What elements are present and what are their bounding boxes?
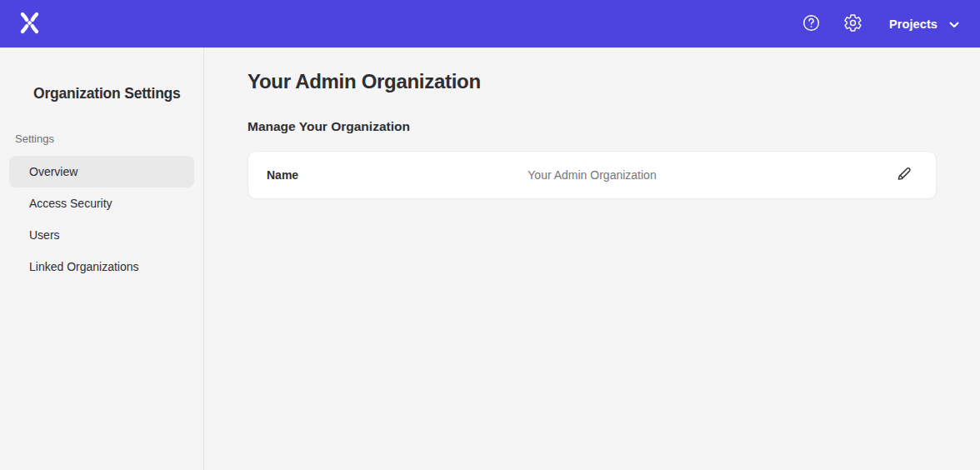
projects-menu-label: Projects [889, 18, 938, 31]
sidebar: Organization Settings Settings Overview … [0, 48, 204, 470]
sidebar-item-overview[interactable]: Overview [9, 156, 194, 188]
main-content: Your Admin Organization Manage Your Orga… [204, 48, 980, 470]
sidebar-item-users[interactable]: Users [9, 219, 194, 251]
pencil-icon [895, 165, 912, 185]
chevron-down-icon [949, 18, 959, 31]
brand-x-logo-icon [18, 11, 41, 38]
sidebar-nav: Overview Access Security Users Linked Or… [0, 156, 203, 282]
page-title: Your Admin Organization [248, 70, 937, 93]
sidebar-section-label: Settings [0, 132, 203, 145]
brand-logo-button[interactable] [17, 11, 42, 38]
page-body: Organization Settings Settings Overview … [0, 48, 980, 470]
settings-button[interactable] [842, 13, 864, 35]
sidebar-item-access-security[interactable]: Access Security [9, 188, 194, 219]
sidebar-item-linked-organizations[interactable]: Linked Organizations [9, 251, 194, 282]
top-nav-actions: Projects [781, 13, 959, 35]
sidebar-title: Organization Settings [0, 85, 203, 102]
projects-menu-button[interactable]: Projects [889, 18, 959, 31]
gear-icon [843, 13, 862, 35]
help-circle-icon [802, 13, 821, 35]
section-title: Manage Your Organization [248, 119, 937, 134]
help-button[interactable] [801, 13, 822, 35]
name-field-value: Your Admin Organization [528, 168, 656, 182]
name-field-label: Name [267, 168, 298, 182]
edit-name-button[interactable] [891, 162, 916, 188]
organization-name-row: Name Your Admin Organization [248, 151, 937, 199]
top-nav-bar: Projects [0, 0, 980, 48]
